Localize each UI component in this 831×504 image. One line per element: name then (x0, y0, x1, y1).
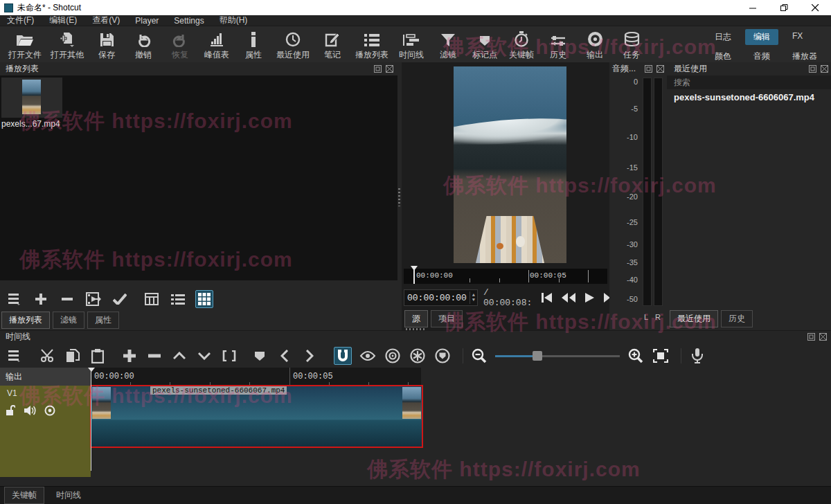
timeline-clip-selected[interactable]: pexels-sunsetoned-6606067.mp4 (91, 386, 422, 447)
player-scrubber[interactable]: 00:00:00 00:00:05 (404, 269, 607, 284)
lock-icon[interactable] (6, 405, 15, 416)
properties-button[interactable]: 属性 (238, 30, 269, 61)
lift-button[interactable] (170, 347, 188, 365)
tab-playlist[interactable]: 播放列表 (1, 312, 50, 329)
cut-button[interactable] (39, 347, 57, 365)
open-other-button[interactable]: 打开其他 (49, 30, 85, 61)
record-audio-button[interactable] (688, 347, 706, 365)
spin-down-icon[interactable]: ▼ (472, 298, 475, 303)
timeline-menu-button[interactable] (6, 347, 24, 365)
open-file-button[interactable]: 打开文件 (7, 30, 43, 61)
ripple-toggle-button[interactable] (384, 347, 402, 365)
paste-button[interactable] (89, 347, 107, 365)
recent-button[interactable]: 最近使用 (275, 30, 311, 61)
timeline-output-row[interactable]: 输出 (0, 368, 91, 386)
search-input[interactable] (667, 75, 831, 89)
playlist-open-button[interactable] (84, 290, 102, 308)
tab-properties[interactable]: 属性 (87, 312, 119, 329)
zoom-in-button[interactable] (627, 347, 645, 365)
layout-editing-button[interactable]: 编辑 (745, 29, 778, 45)
play-icon[interactable] (585, 293, 594, 303)
playlist-remove-button[interactable] (58, 290, 76, 308)
layout-logging-button[interactable]: 日志 (706, 29, 740, 45)
speaker-icon[interactable] (24, 405, 36, 416)
tab-timeline-bottom[interactable]: 时间线 (48, 487, 89, 504)
menu-help[interactable]: 帮助(H) (220, 15, 248, 26)
export-button[interactable]: 输出 (580, 30, 610, 61)
copy-button[interactable] (64, 347, 82, 365)
peak-meter-button[interactable]: 峰值表 (202, 30, 232, 61)
splitter-playlist-player[interactable] (398, 188, 400, 206)
spinner-arrows[interactable]: ▲▼ (470, 291, 477, 304)
player-tabs: 源 项目 (404, 310, 463, 327)
tab-filters[interactable]: 滤镜 (53, 312, 84, 329)
close-panel-icon[interactable] (656, 65, 664, 73)
zoom-fit-button[interactable] (652, 347, 670, 365)
append-button[interactable] (120, 347, 138, 365)
float-panel-icon[interactable] (645, 65, 652, 73)
keyframes-button[interactable]: 关键帧 (506, 30, 537, 61)
ripple-all-tracks-button[interactable] (409, 347, 427, 365)
playlist-append-button[interactable] (32, 290, 50, 308)
playlist-view-tiles-button[interactable] (169, 290, 187, 308)
timeline-playhead-handle[interactable] (88, 368, 95, 372)
ripple-markers-button[interactable] (434, 347, 452, 365)
close-panel-icon[interactable] (819, 333, 827, 341)
tab-history[interactable]: 历史 (721, 310, 753, 327)
recent-panel-title: 最近使用 (674, 63, 707, 75)
float-panel-icon[interactable] (374, 65, 382, 73)
minimize-button[interactable] (738, 0, 769, 15)
playlist-update-button[interactable] (111, 290, 129, 308)
marker-button[interactable] (251, 347, 269, 365)
float-panel-icon[interactable] (807, 333, 815, 341)
ripple-delete-button[interactable] (145, 347, 163, 365)
playlist-item[interactable] (1, 78, 62, 118)
prev-marker-button[interactable] (276, 347, 294, 365)
save-button[interactable]: 保存 (91, 30, 122, 61)
markers-button[interactable]: 标记点 (470, 30, 500, 61)
tab-project[interactable]: 项目 (431, 310, 463, 327)
timeline-zoom-slider[interactable] (495, 349, 620, 363)
timeline-playhead-line[interactable] (91, 368, 91, 471)
timeline-button[interactable]: 时间线 (396, 30, 427, 61)
menu-view[interactable]: 查看(V) (92, 15, 120, 26)
menu-player[interactable]: Player (135, 16, 159, 26)
menu-edit[interactable]: 编辑(E) (49, 15, 77, 26)
skip-start-icon[interactable] (542, 293, 552, 303)
split-button[interactable] (220, 347, 238, 365)
rewind-icon[interactable] (562, 293, 575, 303)
zoom-slider-handle[interactable] (533, 351, 542, 361)
undo-button[interactable]: 撤销 (128, 30, 159, 61)
layout-fx-button[interactable]: FX (784, 29, 811, 45)
menu-settings[interactable]: Settings (174, 16, 204, 26)
zoom-out-button[interactable] (470, 347, 488, 365)
notes-button[interactable]: 笔记 (317, 30, 348, 61)
snap-toggle-button[interactable] (334, 347, 352, 365)
playlist-view-icons-button[interactable] (195, 290, 213, 308)
float-panel-icon[interactable] (809, 65, 816, 73)
menu-file[interactable]: 文件(F) (7, 15, 34, 26)
scrub-while-dragging-button[interactable] (359, 347, 377, 365)
playlist-view-details-button[interactable] (143, 290, 161, 308)
recent-item[interactable]: pexels-sunsetoned-6606067.mp4 (667, 91, 831, 105)
overwrite-button[interactable] (195, 347, 213, 365)
next-marker-button[interactable] (301, 347, 319, 365)
history-button[interactable]: 历史 (543, 30, 573, 61)
restore-button[interactable] (769, 0, 800, 15)
close-button[interactable] (800, 0, 831, 15)
video-preview[interactable] (454, 66, 566, 263)
playlist-menu-button[interactable] (6, 290, 24, 308)
track-head-v1[interactable]: V1 (0, 386, 91, 477)
tab-recent[interactable]: 最近使用 (670, 310, 718, 327)
timeline-ruler[interactable]: 00:00:00 00:00:05 (91, 368, 421, 386)
filters-button[interactable]: 滤镜 (433, 30, 463, 61)
tab-keyframes-bottom[interactable]: 关键帧 (4, 487, 44, 504)
eye-icon[interactable] (44, 405, 55, 416)
redo-button[interactable]: 恢复 (165, 30, 195, 61)
close-panel-icon[interactable] (386, 65, 393, 73)
jobs-button[interactable]: 任务 (616, 30, 647, 61)
current-time-spinner[interactable]: 00:00:00:00 ▲▼ (404, 289, 478, 306)
tab-source[interactable]: 源 (404, 310, 428, 327)
close-panel-icon[interactable] (821, 65, 828, 73)
playlist-button[interactable]: 播放列表 (354, 30, 390, 61)
